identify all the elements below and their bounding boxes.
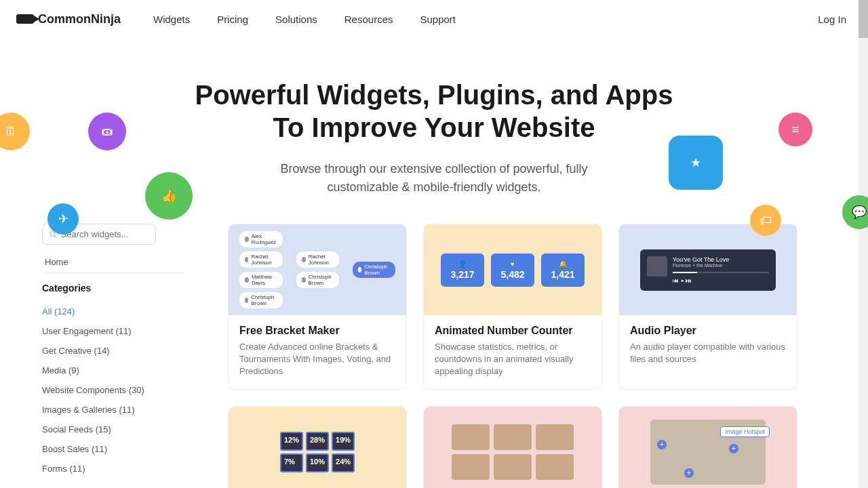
card-preview: Image Hotspot + + + [619, 407, 797, 488]
hero-title-line2: To Improve Your Website [273, 113, 595, 142]
hero-section: 🗓 🎟 👍 ✈ ★ ≡ 🏷 💬 Powerful Widgets, Plugin… [0, 38, 868, 224]
list-icon: ≡ [778, 113, 812, 146]
logo[interactable]: CommonNinja [16, 12, 121, 26]
bell-icon: 🔔 [549, 260, 576, 268]
bracket-name: Matthew Davis [252, 274, 278, 286]
card-body: Free Bracket Maker Create Advanced onlin… [229, 315, 406, 389]
user-icon: 👤 [449, 260, 476, 268]
hero-title-line1: Powerful Widgets, Plugins, and Apps [195, 80, 673, 110]
cat-get-creative[interactable]: Get Creative (14) [42, 341, 184, 361]
card-image-hotspot[interactable]: Image Hotspot + + + [618, 406, 797, 488]
category-list: All (124) User Engagement (11) Get Creat… [42, 302, 184, 479]
main-nav: Widgets Pricing Solutions Resources Supp… [153, 14, 456, 25]
card-audio-player[interactable]: You've Got The Love Florence + the Machi… [618, 224, 797, 390]
tile-pct: 7% [284, 458, 295, 466]
header: CommonNinja Widgets Pricing Solutions Re… [0, 0, 868, 38]
nav-support[interactable]: Support [420, 14, 456, 25]
card-desc: Showcase statistics, metrics, or countdo… [435, 341, 591, 378]
badge-icon: 🏷 [750, 205, 781, 236]
cat-forms[interactable]: Forms (11) [42, 459, 184, 479]
hero-title: Powerful Widgets, Plugins, and Apps To I… [16, 79, 852, 144]
photo-tile [494, 454, 532, 480]
card-desc: An audio player compatible with various … [630, 341, 786, 365]
scrollbar-thumb[interactable] [859, 0, 868, 38]
hotspot-label: Image Hotspot [720, 426, 770, 437]
sidebar: Home Categories All (124) User Engagemen… [42, 224, 184, 488]
card-preview: You've Got The Love Florence + the Machi… [619, 224, 797, 315]
bracket-name: Alex Rodriguez [252, 233, 278, 245]
hero-subtitle: Browse through our extensive collection … [244, 160, 624, 197]
heart-icon: ♥ [499, 260, 526, 268]
progress-bar [673, 272, 769, 273]
card-title: Free Bracket Maker [239, 325, 395, 337]
card-body: Audio Player An audio player compatible … [619, 315, 797, 376]
card-preview [424, 407, 601, 488]
tile-pct: 10% [310, 458, 325, 466]
main-content: Home Categories All (124) User Engagemen… [0, 224, 868, 488]
cat-media[interactable]: Media (9) [42, 361, 184, 380]
cat-boost-sales[interactable]: Boost Sales (11) [42, 439, 184, 459]
svg-point-0 [50, 232, 55, 237]
photo-tile [536, 454, 574, 480]
cat-website-components[interactable]: Website Components (30) [42, 380, 184, 400]
photo-tile [452, 424, 490, 450]
card-body: Animated Number Counter Showcase statist… [424, 315, 601, 389]
card-bracket-maker[interactable]: Alex Rodriguez Rachel Johnson Matthew Da… [228, 224, 407, 390]
photo-tile [494, 424, 532, 450]
widgets-grid: Alex Rodriguez Rachel Johnson Matthew Da… [228, 224, 835, 488]
card-preview: 12% 28% 19% 7% 10% 24% [229, 407, 406, 488]
cat-user-engagement[interactable]: User Engagement (11) [42, 321, 184, 341]
logo-icon [16, 14, 34, 24]
player-controls: ⏮ ▶ ⏭ [673, 277, 769, 284]
sidebar-home[interactable]: Home [42, 251, 184, 273]
bracket-name: Christoph Brown [309, 274, 334, 286]
bracket-name: Christoph Brown [251, 294, 277, 306]
cat-all[interactable]: All (124) [42, 302, 184, 321]
card-title: Audio Player [630, 325, 786, 337]
hotspot-dot: + [684, 468, 694, 478]
card-title: Animated Number Counter [435, 325, 591, 337]
track-title: You've Got The Love [673, 256, 769, 263]
ticket-icon: 🎟 [88, 113, 126, 150]
tile-pct: 12% [284, 436, 299, 444]
tile-pct: 28% [310, 436, 325, 444]
cat-social-feeds[interactable]: Social Feeds (15) [42, 420, 184, 439]
search-input[interactable] [61, 229, 149, 239]
bracket-name: Rachel Johnson [251, 253, 277, 266]
card-photo-gallery[interactable] [423, 406, 602, 488]
photo-tile [452, 454, 490, 480]
album-cover [647, 256, 667, 277]
categories-heading: Categories [42, 283, 184, 293]
svg-line-1 [54, 235, 56, 237]
thumbs-icon: 👍 [145, 172, 193, 220]
card-number-counter[interactable]: 👤3,217 ♥5,482 🔔1,421 Animated Number Cou… [423, 224, 602, 390]
login-link[interactable]: Log In [818, 14, 846, 25]
nav-resources[interactable]: Resources [344, 14, 393, 25]
bracket-name: Christoph Brown [364, 264, 390, 276]
nav-pricing[interactable]: Pricing [217, 14, 248, 25]
card-poll-tiles[interactable]: 12% 28% 19% 7% 10% 24% [228, 406, 407, 488]
photo-tile [536, 424, 574, 450]
tile-pct: 24% [336, 458, 351, 466]
cat-images-galleries[interactable]: Images & Galleries (11) [42, 400, 184, 420]
brand-name: CommonNinja [38, 12, 121, 26]
cards-icon: ★ [669, 136, 723, 190]
card-desc: Create Advanced online Brackets & Tourna… [239, 341, 395, 378]
tile-pct: 19% [336, 436, 351, 444]
card-preview: Alex Rodriguez Rachel Johnson Matthew Da… [229, 224, 406, 315]
nav-widgets[interactable]: Widgets [153, 14, 190, 25]
search-icon [50, 230, 57, 239]
counter-value: 3,217 [449, 269, 476, 280]
nav-solutions[interactable]: Solutions [275, 14, 317, 25]
hotspot-dot: + [657, 440, 667, 449]
hotspot-dot: + [729, 444, 738, 453]
card-preview: 👤3,217 ♥5,482 🔔1,421 [424, 224, 601, 315]
bracket-name: Rachel Johnson [309, 253, 334, 266]
track-artist: Florence + the Machine [673, 263, 769, 268]
counter-value: 5,482 [499, 269, 526, 280]
counter-value: 1,421 [549, 269, 576, 280]
